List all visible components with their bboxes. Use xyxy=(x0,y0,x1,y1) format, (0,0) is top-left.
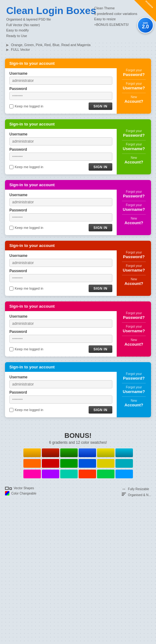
keep-logged-pink[interactable]: Keep me logged in xyxy=(9,347,89,351)
color-swatch-12 xyxy=(115,470,133,478)
forgot-password-pink[interactable]: Forgot your Password? xyxy=(123,311,144,320)
forgot-username-orange[interactable]: Forgot your Username? xyxy=(123,82,145,91)
divider-1-pink xyxy=(122,322,145,323)
signin-button-magenta[interactable]: SIGN IN xyxy=(89,224,112,231)
login-left-magenta: Sign-in to your account Username Passwor… xyxy=(5,180,117,235)
new-account-blue[interactable]: New Account? xyxy=(124,399,143,408)
login-right-blue: Forgot your Password? Forgot your Userna… xyxy=(117,362,151,417)
footer-info: Vector Shapes Color Changeable ↔ Fully R… xyxy=(0,483,156,502)
login-header-bar-orange: Sign-in to your account xyxy=(5,59,117,68)
username-input-green[interactable] xyxy=(9,137,112,145)
login-body-blue: Username Password Keep me logged in SIGN… xyxy=(5,372,117,417)
gradient-swatch-6 xyxy=(115,448,133,457)
page-header: Clean Login Boxes Organised & layered PS… xyxy=(0,0,156,42)
username-label-red: Username xyxy=(9,253,112,258)
keep-logged-blue[interactable]: Keep me logged in xyxy=(9,408,89,412)
new-account-red[interactable]: New Account? xyxy=(124,277,143,286)
divider-2-magenta xyxy=(122,214,145,215)
color-icon xyxy=(5,491,9,495)
forgot-username-red[interactable]: Forgot your Username? xyxy=(123,264,145,273)
keep-logged-checkbox-pink[interactable] xyxy=(9,347,13,351)
login-left-red: Sign-in to your account Username Passwor… xyxy=(5,241,117,296)
forgot-password-green[interactable]: Forgot your Password? xyxy=(123,129,144,138)
username-input-magenta[interactable] xyxy=(9,198,112,206)
login-header-bar-magenta: Sign-in to your account xyxy=(5,180,117,190)
password-input-green[interactable] xyxy=(9,153,112,161)
color-swatch-11 xyxy=(97,470,115,478)
gradient-swatch-2 xyxy=(42,448,59,457)
login-footer-pink: Keep me logged in SIGN IN xyxy=(9,345,112,353)
forgot-username-pink[interactable]: Forgot your Username? xyxy=(123,324,145,334)
password-input-orange[interactable] xyxy=(9,92,112,100)
keep-logged-checkbox-blue[interactable] xyxy=(9,408,13,412)
gradient-swatch-4 xyxy=(79,448,96,457)
new-account-magenta[interactable]: New Account? xyxy=(124,216,143,226)
signin-button-red[interactable]: SIGN IN xyxy=(89,285,112,292)
web20-badge: web 2.0 xyxy=(137,17,154,33)
login-footer-red: Keep me logged in SIGN IN xyxy=(9,285,112,292)
divider-1-red xyxy=(122,262,145,262)
footer-fully-resizable: ↔ Fully Resizable xyxy=(122,486,151,491)
signin-button-orange[interactable]: SIGN IN xyxy=(89,102,112,110)
password-input-red[interactable] xyxy=(9,274,112,282)
signin-button-blue[interactable]: SIGN IN xyxy=(89,406,112,414)
login-header-bar-pink: Sign-in to your account xyxy=(5,301,117,311)
forgot-password-orange[interactable]: Forgot your Password? xyxy=(123,68,144,78)
new-account-orange[interactable]: New Account? xyxy=(124,95,143,104)
arrow-icon-2: ▶ xyxy=(6,48,9,51)
forgot-username-blue[interactable]: Forgot your Username? xyxy=(123,385,145,395)
forgot-username-green[interactable]: Forgot your Username? xyxy=(123,142,145,152)
keep-logged-checkbox-red[interactable] xyxy=(9,286,13,291)
sub-header: ▶ Orange, Green, Pink, Red, Blue, Read a… xyxy=(0,42,156,56)
password-input-blue[interactable] xyxy=(9,395,112,404)
keep-logged-orange[interactable]: Keep me logged in xyxy=(9,104,89,108)
organised-icon xyxy=(122,493,126,497)
login-right-magenta: Forgot your Password? Forgot your Userna… xyxy=(117,180,151,235)
login-footer-orange: Keep me logged in SIGN IN xyxy=(9,102,112,110)
username-input-orange[interactable] xyxy=(9,77,112,85)
forgot-password-red[interactable]: Forgot your Password? xyxy=(123,250,144,260)
password-label-red: Password xyxy=(9,269,112,273)
login-section: Sign-in to your account Username Passwor… xyxy=(0,56,156,425)
username-input-red[interactable] xyxy=(9,259,112,267)
keep-logged-checkbox-magenta[interactable] xyxy=(9,226,13,230)
fully-resizable-label: Fully Resizable xyxy=(128,487,149,491)
vector-shapes-label: Vector Shapes xyxy=(14,486,34,490)
forgot-password-magenta[interactable]: Forgot your Password? xyxy=(123,190,144,199)
login-right-red: Forgot your Password? Forgot your Userna… xyxy=(117,241,151,296)
footer-left: Vector Shapes Color Changeable xyxy=(5,486,37,497)
keep-logged-checkbox-green[interactable] xyxy=(9,165,13,169)
new-account-pink[interactable]: New Account? xyxy=(124,338,143,347)
password-input-pink[interactable] xyxy=(9,335,112,343)
keep-logged-magenta[interactable]: Keep me logged in xyxy=(9,226,89,230)
keep-logged-red[interactable]: Keep me logged in xyxy=(9,286,89,291)
login-body-magenta: Username Password Keep me logged in SIGN… xyxy=(5,190,117,235)
login-body-green: Username Password Keep me logged in SIGN… xyxy=(5,129,117,174)
password-label-green: Password xyxy=(9,147,112,152)
forgot-password-blue[interactable]: Forgot your Password? xyxy=(123,372,144,381)
login-body-pink: Username Password Keep me logged in SIGN… xyxy=(5,311,117,357)
username-input-blue[interactable] xyxy=(9,380,112,388)
organised-label: Organised & N... xyxy=(128,493,151,497)
bonus-subtitle: 6 gradients and 12 color swatches! xyxy=(5,440,151,445)
username-input-pink[interactable] xyxy=(9,320,112,328)
login-box-orange: Sign-in to your account Username Passwor… xyxy=(5,59,151,114)
signin-button-green[interactable]: SIGN IN xyxy=(89,163,112,171)
login-box-red: Sign-in to your account Username Passwor… xyxy=(5,241,151,296)
keep-logged-green[interactable]: Keep me logged in xyxy=(9,165,89,169)
login-header-bar-blue: Sign-in to your account xyxy=(5,362,117,372)
gradient-swatch-3 xyxy=(60,448,78,457)
signin-button-pink[interactable]: SIGN IN xyxy=(89,345,112,353)
keep-logged-checkbox-orange[interactable] xyxy=(9,104,13,108)
swatch-row-1 xyxy=(5,459,151,468)
color-swatch-9 xyxy=(60,470,78,478)
color-swatch-8 xyxy=(42,470,59,478)
new-account-green[interactable]: New Account? xyxy=(124,156,143,165)
divider-2-pink xyxy=(122,336,145,336)
forgot-username-magenta[interactable]: Forgot your Username? xyxy=(123,203,145,212)
login-box-green: Sign-in to your account Username Passwor… xyxy=(5,119,151,174)
divider-1-magenta xyxy=(122,201,145,201)
username-label-orange: Username xyxy=(9,71,112,76)
password-label-pink: Password xyxy=(9,329,112,334)
password-input-magenta[interactable] xyxy=(9,213,112,221)
